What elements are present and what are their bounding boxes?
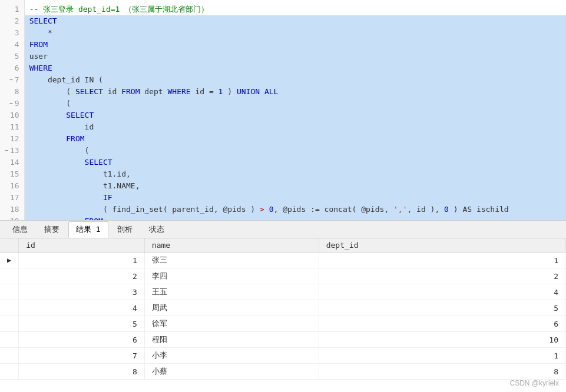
- cell-dept-id: 2: [319, 268, 565, 284]
- tab-摘要[interactable]: 摘要: [37, 221, 67, 238]
- cell-dept-id: 5: [319, 300, 565, 316]
- table-row[interactable]: 4周武5: [0, 300, 566, 316]
- cell-name: 周武: [144, 300, 319, 316]
- app-container: 123456−78−9101112−13141516171819 -- 张三登录…: [0, 0, 566, 392]
- results-table: idnamedept_id ▶1张三12李四23王五44周武55徐军66程阳10…: [0, 238, 566, 380]
- cell-name: 小李: [144, 348, 319, 364]
- col-header-id: id: [19, 238, 145, 253]
- line-number: 19: [0, 215, 24, 221]
- table-row[interactable]: ▶1张三1: [0, 253, 566, 268]
- cell-dept-id: 10: [319, 332, 565, 348]
- cell-name: 张三: [144, 253, 319, 268]
- line-number: 11: [0, 121, 24, 133]
- line-number: −13: [0, 145, 24, 157]
- tab-状态[interactable]: 状态: [141, 221, 172, 238]
- code-line[interactable]: SELECT: [25, 15, 566, 27]
- cell-dept-id: 8: [319, 364, 565, 380]
- table-row[interactable]: 5徐军6: [0, 316, 566, 332]
- watermark: CSDN @kyrielx: [509, 379, 559, 387]
- row-indicator: ▶: [0, 253, 19, 268]
- fold-icon[interactable]: −: [2, 145, 8, 157]
- tab-信息[interactable]: 信息: [5, 221, 35, 238]
- cell-name: 小蔡: [144, 364, 319, 380]
- line-number: 2: [0, 15, 24, 27]
- code-line[interactable]: (: [25, 98, 566, 109]
- line-number: 4: [0, 39, 24, 51]
- row-indicator: [0, 316, 19, 332]
- table-row[interactable]: 3王五4: [0, 284, 566, 300]
- line-number: 1: [0, 4, 24, 15]
- cell-dept-id: 1: [319, 253, 565, 268]
- table-row[interactable]: 2李四2: [0, 268, 566, 284]
- cell-id: 2: [19, 268, 145, 284]
- line-number: −9: [0, 98, 24, 109]
- row-indicator: [0, 332, 19, 348]
- cell-id: 4: [19, 300, 145, 316]
- row-indicator: [0, 348, 19, 364]
- code-editor: 123456−78−9101112−13141516171819 -- 张三登录…: [0, 0, 566, 221]
- code-line[interactable]: *: [25, 27, 566, 39]
- results-area[interactable]: idnamedept_id ▶1张三12李四23王五44周武55徐军66程阳10…: [0, 238, 566, 392]
- code-line[interactable]: WHERE: [25, 62, 566, 74]
- cell-name: 程阳: [144, 332, 319, 348]
- code-line[interactable]: t1.id,: [25, 168, 566, 180]
- code-line[interactable]: user: [25, 51, 566, 62]
- line-number: 8: [0, 86, 24, 98]
- line-number: 18: [0, 204, 24, 215]
- col-header-dept_id: dept_id: [319, 238, 565, 253]
- row-indicator: [0, 300, 19, 316]
- cell-name: 李四: [144, 268, 319, 284]
- col-indicator-header: [0, 238, 19, 253]
- table-row[interactable]: 7小李1: [0, 348, 566, 364]
- code-line[interactable]: id: [25, 121, 566, 133]
- line-number: 17: [0, 192, 24, 204]
- results-wrapper: idnamedept_id ▶1张三12李四23王五44周武55徐军66程阳10…: [0, 238, 566, 392]
- table-row[interactable]: 6程阳10: [0, 332, 566, 348]
- cell-id: 1: [19, 253, 145, 268]
- line-number: 16: [0, 180, 24, 192]
- line-number: 6: [0, 62, 24, 74]
- code-line[interactable]: dept_id IN (: [25, 74, 566, 86]
- tab-剖析[interactable]: 剖析: [110, 221, 140, 238]
- cell-name: 王五: [144, 284, 319, 300]
- cell-dept-id: 1: [319, 348, 565, 364]
- cell-name: 徐军: [144, 316, 319, 332]
- line-number: −7: [0, 74, 24, 86]
- code-line[interactable]: IF: [25, 192, 566, 204]
- fold-icon[interactable]: −: [7, 98, 13, 109]
- code-line[interactable]: -- 张三登录 dept_id=1 （张三属于湖北省部门）: [25, 4, 566, 15]
- line-number: 12: [0, 133, 24, 145]
- cell-dept-id: 4: [319, 284, 565, 300]
- line-number: 15: [0, 168, 24, 180]
- line-number: 10: [0, 109, 24, 121]
- code-line[interactable]: SELECT: [25, 109, 566, 121]
- row-indicator: [0, 284, 19, 300]
- code-line[interactable]: ( SELECT id FROM dept WHERE id = 1 ) UNI…: [25, 86, 566, 98]
- cell-id: 7: [19, 348, 145, 364]
- tab-结果 1[interactable]: 结果 1: [68, 221, 108, 238]
- code-line[interactable]: t1.NAME,: [25, 180, 566, 192]
- code-line[interactable]: FROM: [25, 133, 566, 145]
- fold-icon[interactable]: −: [7, 74, 13, 86]
- line-number: 14: [0, 157, 24, 168]
- line-number: 3: [0, 27, 24, 39]
- code-line[interactable]: (: [25, 145, 566, 157]
- cell-dept-id: 6: [319, 316, 565, 332]
- code-line[interactable]: FROM: [25, 215, 566, 220]
- line-numbers: 123456−78−9101112−13141516171819: [0, 0, 25, 220]
- code-line[interactable]: SELECT: [25, 157, 566, 168]
- tabs-bar: 信息摘要结果 1剖析状态: [0, 221, 566, 238]
- col-header-name: name: [144, 238, 319, 253]
- table-row[interactable]: 8小蔡8: [0, 364, 566, 380]
- cell-id: 3: [19, 284, 145, 300]
- line-number: 5: [0, 51, 24, 62]
- row-indicator: [0, 364, 19, 380]
- cell-id: 5: [19, 316, 145, 332]
- row-indicator: [0, 268, 19, 284]
- code-line[interactable]: ( find_in_set( parent_id, @pids ) > 0, @…: [25, 204, 566, 215]
- code-content[interactable]: -- 张三登录 dept_id=1 （张三属于湖北省部门）SELECT *FRO…: [25, 0, 566, 220]
- cell-id: 6: [19, 332, 145, 348]
- code-line[interactable]: FROM: [25, 39, 566, 51]
- cell-id: 8: [19, 364, 145, 380]
